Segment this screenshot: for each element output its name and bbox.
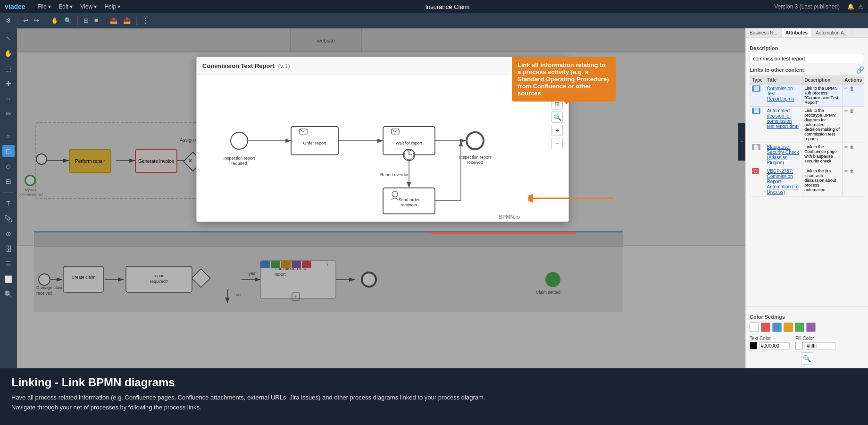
text-color-section: Text Color (750, 336, 790, 349)
redo-icon[interactable]: ↪ (32, 16, 41, 25)
fit-icon[interactable]: ⊞ (82, 16, 91, 25)
delete-link1-btn[interactable]: 🗑 (850, 86, 854, 91)
svg-text:Wait for report: Wait for report (396, 141, 423, 145)
table-row: 📄 Blaupause: Security-Check (Atlassian P… (750, 143, 864, 167)
hand-tool[interactable]: ✋ (2, 47, 15, 60)
align-icon[interactable]: ≡ (92, 16, 100, 25)
edit-tool[interactable]: ✏ (2, 108, 15, 120)
fill-color-preview[interactable] (795, 342, 803, 349)
edit-link4-btn[interactable]: ✏ (844, 169, 848, 174)
link-security[interactable]: Blaupause: Security-Check (Atlassian Plu… (767, 144, 799, 165)
tab-business-rules[interactable]: Business R... (746, 28, 782, 37)
col-actions: Actions (843, 76, 864, 85)
zoom-in-icon[interactable]: 🔍 (62, 16, 74, 25)
create-connect-tool[interactable]: ✚ (2, 77, 15, 90)
tab-attributes[interactable]: Attributes (782, 28, 812, 37)
row4-title[interactable]: VBCP-2787: Commission Report Automation … (765, 167, 802, 196)
toolbar: ⚙ ↩ ↪ ✋ 🔍 ⊞ ≡ 📤 📥 ⋮ (0, 13, 868, 28)
menu-file[interactable]: File ▾ (38, 3, 51, 10)
color-settings-panel: Color Settings Text Color Fill (746, 306, 868, 368)
modal-zoom-out-btn[interactable]: − (551, 138, 563, 149)
row2-description: Link to the prototype BPMN diagram for a… (802, 107, 843, 143)
header-right-icons: 🔔 ⚠ (847, 3, 863, 10)
svg-text:Inspection report: Inspection report (223, 156, 255, 161)
bottom-line1: Have all process related information (e.… (11, 393, 857, 403)
text-color-input-row (750, 342, 790, 349)
lasso-tool[interactable]: ⬚ (2, 62, 15, 75)
pointer-tool[interactable]: ↖ (2, 32, 15, 44)
menu-edit[interactable]: Edit ▾ (58, 3, 73, 10)
svg-point-30 (467, 132, 484, 149)
svg-text:Order report: Order report (303, 141, 326, 145)
frame-tool[interactable]: ⬜ (2, 273, 15, 285)
link-jira[interactable]: VBCP-2787: Commission Report Automation … (767, 169, 799, 195)
attachment-tool[interactable]: 📎 (2, 212, 15, 225)
text-color-label: Text Color (750, 336, 790, 341)
import-icon[interactable]: 📥 (121, 16, 133, 25)
menu-view[interactable]: View ▾ (80, 3, 97, 10)
swatch-white[interactable] (750, 323, 759, 332)
delete-link4-btn[interactable]: 🗑 (850, 169, 854, 174)
modal-search-btn[interactable]: 🔍 (551, 111, 563, 123)
link-commission-test[interactable]: Commission Test Report.bpmn (767, 86, 794, 102)
link-decision[interactable]: Automated decision for commission test r… (767, 108, 799, 129)
row2-title[interactable]: Automated decision for commission test r… (765, 107, 802, 143)
add-link-button[interactable]: 🔗 (856, 66, 864, 74)
menu-help[interactable]: Help ▾ (104, 3, 120, 10)
table-row: ⬜ Commission Test Report.bpmn Link to th… (750, 85, 864, 107)
links-table: Type Title Description Actions ⬜ Commiss… (750, 76, 864, 196)
row4-type: ⬡ (750, 167, 765, 196)
type-confluence-badge: 📄 (752, 144, 760, 150)
table-row: ⬜ Automated decision for commission test… (750, 107, 864, 143)
notification-icon[interactable]: 🔔 (847, 3, 854, 10)
swatch-green[interactable] (795, 323, 804, 332)
bottom-description-bar: Linking - Link BPMN diagrams Have all pr… (0, 368, 868, 425)
swimlane-tool[interactable]: ⊟ (2, 175, 15, 187)
row1-actions: ✏ 🗑 (843, 85, 864, 107)
hand-tool-icon[interactable]: ✋ (49, 16, 60, 25)
swatch-purple[interactable] (806, 323, 816, 332)
delete-link3-btn[interactable]: 🗑 (850, 144, 854, 150)
alert-icon[interactable]: ⚠ (858, 3, 863, 10)
database-tool[interactable]: 🗄 (2, 243, 15, 255)
modal-zoom-in-btn[interactable]: + (551, 125, 563, 136)
list-tool[interactable]: ☰ (2, 258, 15, 270)
space-tool[interactable]: ↔ (2, 93, 15, 105)
right-properties-panel: › Business R... Attributes Automation A.… (745, 28, 868, 368)
diamond-shape-tool[interactable]: ◇ (2, 160, 15, 172)
row3-title[interactable]: Blaupause: Security-Check (Atlassian Plu… (765, 143, 802, 167)
text-color-preview[interactable] (750, 342, 757, 349)
task-shape-tool[interactable]: □ (2, 145, 15, 157)
edit-link1-btn[interactable]: ✏ (844, 86, 848, 91)
row1-title[interactable]: Commission Test Report.bpmn (765, 85, 802, 107)
search-canvas-tool[interactable]: 🔍 (2, 288, 15, 300)
swatch-red[interactable] (761, 323, 770, 332)
text-color-hex-input[interactable] (759, 342, 790, 349)
version-label[interactable]: Version 3 (Last published) (774, 3, 840, 10)
export-icon[interactable]: 📤 (108, 16, 119, 25)
left-toolbar: ↖ ✋ ⬚ ✚ ↔ ✏ ○ □ ◇ ⊟ T 📎 ⊕ 🗄 ☰ ⬜ 🔍 (0, 28, 17, 368)
row3-description: Link to the Confluence page with blaupau… (802, 143, 843, 167)
swatch-orange[interactable] (784, 323, 793, 332)
more-icon[interactable]: ⋮ (141, 16, 150, 25)
delete-link2-btn[interactable]: 🗑 (850, 108, 854, 113)
circle-shape-tool[interactable]: ○ (2, 130, 15, 142)
links-section-label: Links to other content (750, 67, 804, 73)
text-tool[interactable]: T (2, 197, 15, 210)
row1-type: ⬜ (750, 85, 765, 107)
color-swatch-grid (750, 323, 864, 332)
right-panel-body: Description Links to other content 🔗 Typ… (746, 38, 868, 306)
svg-text:BPMN.io: BPMN.io (499, 214, 520, 220)
right-panel-tabs: Business R... Attributes Automation A... (746, 28, 868, 38)
diagram-canvas[interactable]: website Assign damag... Perform repair (17, 28, 745, 368)
undo-icon[interactable]: ↩ (21, 16, 30, 25)
settings-icon[interactable]: ⚙ (4, 16, 13, 25)
canvas-zoom-search[interactable]: 🔍 (801, 352, 813, 365)
swatch-blue[interactable] (772, 323, 782, 332)
tab-automation[interactable]: Automation A... (812, 28, 852, 37)
edit-link3-btn[interactable]: ✏ (844, 144, 848, 150)
layers-tool[interactable]: ⊕ (2, 228, 15, 240)
fill-color-hex-input[interactable] (805, 342, 835, 349)
description-input[interactable] (750, 54, 864, 63)
edit-link2-btn[interactable]: ✏ (844, 108, 848, 113)
